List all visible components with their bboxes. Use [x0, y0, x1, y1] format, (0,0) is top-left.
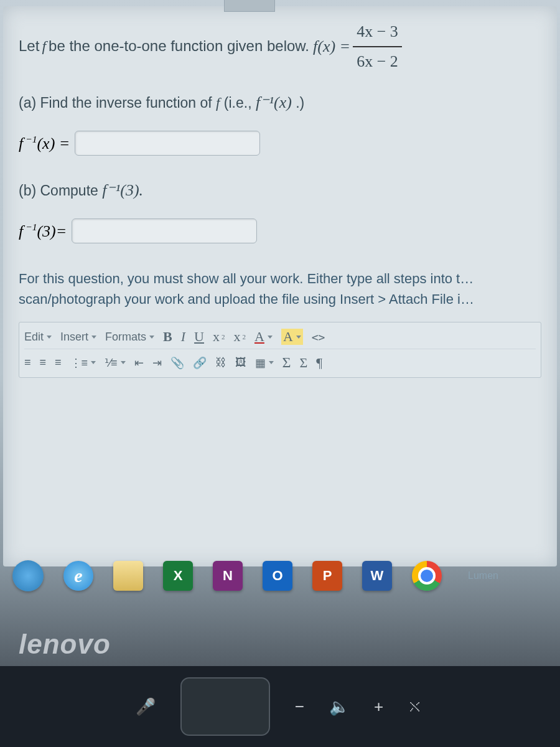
attach-icon[interactable]: 📎: [170, 356, 184, 370]
answer-a-row: f −1(x) =: [19, 131, 541, 156]
answer-b-label: f −1(3)=: [19, 222, 67, 241]
italic-button[interactable]: I: [181, 329, 185, 345]
func-lhs: f(x) =: [313, 34, 350, 60]
bg-color-button[interactable]: A: [281, 329, 303, 345]
powerpoint-icon[interactable]: P: [312, 561, 342, 591]
prompt-text-2: be the one-to-one function given below.: [49, 34, 309, 58]
align-center-icon[interactable]: ≡: [40, 356, 47, 369]
numerator: 4x − 3: [353, 19, 402, 47]
formats-menu[interactable]: Formats: [105, 331, 154, 344]
answer-b-row: f −1(3)=: [19, 218, 541, 243]
align-right-icon[interactable]: ≡: [55, 356, 62, 369]
f-symbol: f: [42, 34, 46, 58]
number-list-icon[interactable]: ⅟≡: [105, 356, 126, 370]
part-a-label: (a) Find the inverse function of f (i.e.…: [19, 93, 541, 112]
outdent-icon[interactable]: ⇤: [134, 356, 144, 370]
part-b-label: (b) Compute f⁻¹(3).: [19, 181, 541, 200]
question-prompt: Let f be the one-to-one function given b…: [19, 19, 541, 74]
work-instructions: For this question, you must show all you…: [19, 268, 541, 309]
bullet-list-icon[interactable]: ⋮≡: [70, 356, 96, 370]
equation-sigma-large-icon[interactable]: Σ: [282, 354, 291, 371]
word-icon[interactable]: W: [362, 561, 392, 591]
answer-b-input[interactable]: [72, 218, 257, 243]
edit-menu[interactable]: Edit: [24, 331, 52, 344]
lenovo-brand: lenovo: [19, 629, 111, 660]
outlook-icon[interactable]: O: [263, 561, 292, 591]
laptop-bezel-controls: 🎤 − 🔈 + ⛌: [0, 666, 560, 747]
indent-icon[interactable]: ⇥: [152, 356, 162, 370]
unlink-icon[interactable]: ⛓: [215, 356, 226, 369]
underline-button[interactable]: U: [194, 329, 204, 345]
mic-mute-icon[interactable]: 🎤: [136, 697, 156, 716]
person-icon[interactable]: ⛌: [408, 697, 424, 716]
lumen-label: Lumen: [468, 570, 498, 581]
answer-a-label: f −1(x) =: [19, 134, 70, 153]
excel-icon[interactable]: X: [163, 561, 193, 591]
onenote-icon[interactable]: N: [213, 561, 243, 591]
file-explorer-icon[interactable]: [113, 561, 143, 591]
equation-sigma-icon[interactable]: Σ: [300, 355, 308, 371]
chrome-icon[interactable]: [412, 561, 442, 591]
text-color-button[interactable]: A: [254, 329, 273, 345]
prompt-text: Let: [19, 34, 39, 58]
image-icon[interactable]: 🖼: [235, 356, 246, 369]
fraction: 4x − 3 6x − 2: [353, 19, 402, 74]
paragraph-icon[interactable]: ¶: [316, 355, 322, 371]
browser-tab-fragment: [224, 0, 275, 12]
speaker-icon[interactable]: 🔈: [329, 697, 349, 716]
rich-text-toolbar: Edit Insert Formats B I U x2 x2 A A <> ≡…: [19, 322, 541, 378]
windows-taskbar: e X N O P W Lumen: [12, 560, 498, 591]
touchpad[interactable]: [180, 677, 270, 736]
align-left-icon[interactable]: ≡: [24, 356, 31, 369]
subscript-button[interactable]: x2: [213, 329, 225, 345]
internet-explorer-icon[interactable]: e: [63, 561, 93, 591]
denominator: 6x − 2: [353, 47, 402, 75]
vol-down-icon[interactable]: −: [295, 697, 304, 716]
answer-a-input[interactable]: [75, 131, 260, 156]
vol-up-icon[interactable]: +: [374, 697, 383, 716]
question-panel: Let f be the one-to-one function given b…: [3, 6, 557, 566]
bold-button[interactable]: B: [163, 329, 172, 345]
insert-menu[interactable]: Insert: [60, 331, 96, 344]
superscript-button[interactable]: x2: [233, 329, 246, 345]
start-button[interactable]: [12, 560, 44, 591]
code-button[interactable]: <>: [312, 331, 325, 344]
table-icon[interactable]: ▦: [255, 356, 274, 370]
link-icon[interactable]: 🔗: [193, 356, 207, 370]
